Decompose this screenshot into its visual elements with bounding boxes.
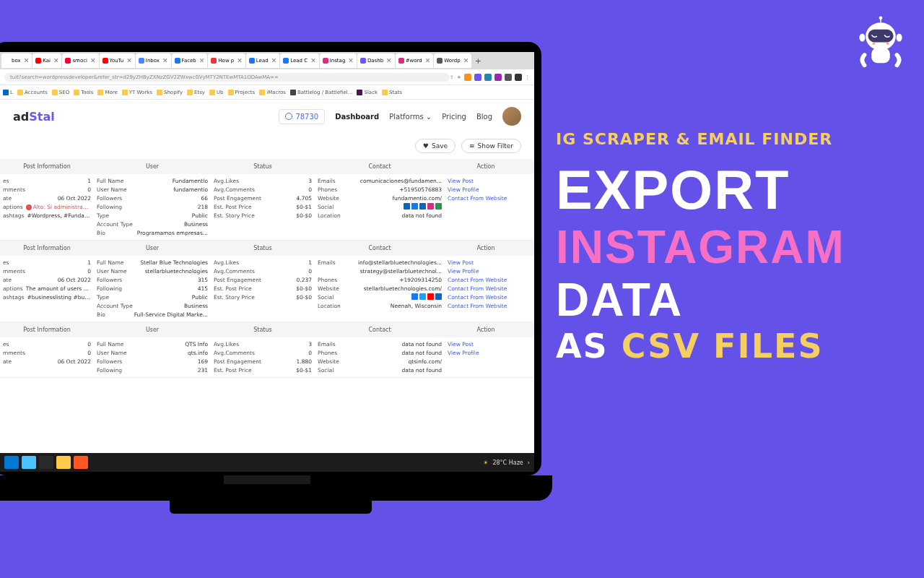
bookmark-item[interactable]: Tools <box>74 90 93 95</box>
bookmark-item[interactable]: Shopify <box>157 90 183 95</box>
social-icon[interactable] <box>411 203 418 210</box>
avatar[interactable] <box>502 107 521 126</box>
nav-dashboard[interactable]: Dashboard <box>335 113 379 121</box>
bookmark-item[interactable]: Accounts <box>17 90 48 95</box>
bookmark-item[interactable]: iMacros <box>259 90 286 95</box>
action-link[interactable]: View Profile <box>448 267 524 275</box>
action-link[interactable]: Contact From Website <box>448 285 524 293</box>
action-link[interactable]: Contact From Website <box>448 293 524 301</box>
close-icon[interactable]: ✕ <box>463 57 469 64</box>
browser-tab[interactable]: How p✕ <box>208 53 245 68</box>
weather-widget[interactable]: ☀28°C Haze› <box>483 460 530 466</box>
bookmark-icon <box>259 90 265 95</box>
kv-pair: Est. Post Price$0-$0 <box>214 285 312 293</box>
col-header: Status <box>211 159 315 174</box>
social-icon[interactable] <box>419 293 426 300</box>
bookmark-item[interactable]: SEO <box>52 90 69 95</box>
bookmark-item[interactable]: Projects <box>228 90 256 95</box>
cell-c-contact: Emailsdata not foundPhonesdata not found… <box>315 337 445 377</box>
browser-tab[interactable]: #word✕ <box>396 53 434 68</box>
bookmark-item[interactable]: Slack <box>357 90 378 95</box>
close-icon[interactable]: ✕ <box>237 57 243 64</box>
social-icon[interactable] <box>404 203 410 210</box>
close-icon[interactable]: ✕ <box>310 57 316 64</box>
bookmark-item[interactable]: Battlelog / Battlefiel... <box>290 90 352 95</box>
action-link[interactable]: View Post <box>448 259 524 267</box>
kv-pair: Avg.Comments0 <box>214 186 312 194</box>
browser-tab[interactable]: smoci✕ <box>62 53 98 68</box>
tab-label: Kai <box>43 58 51 64</box>
close-icon[interactable]: ✕ <box>425 57 431 64</box>
browser-tab[interactable]: Instag✕ <box>320 53 357 68</box>
close-icon[interactable]: ✕ <box>348 57 354 64</box>
browser-tab[interactable]: Wordp✕ <box>434 53 471 68</box>
browser-tab[interactable]: YouTu✕ <box>100 53 135 68</box>
action-link[interactable]: View Post <box>448 340 524 348</box>
social-icon[interactable] <box>435 203 442 210</box>
credits-badge[interactable]: 78730 <box>279 109 325 124</box>
show-filter-button[interactable]: ≡Show Filter <box>461 139 521 153</box>
kv-pair: Avg.Likes1 <box>214 259 312 267</box>
kv-pair: TypePublic <box>97 212 208 220</box>
action-link[interactable]: Contact From Website <box>448 194 524 202</box>
social-icon[interactable] <box>435 293 442 300</box>
cell-c-user: Full NameQTS InfoUser Nameqts.infoFollow… <box>94 337 211 377</box>
bookmark-item[interactable]: Etsy <box>187 90 205 95</box>
kv-pair: Phones+51950576883 <box>318 186 442 194</box>
svg-point-6 <box>859 33 865 41</box>
action-link[interactable]: Contact From Website <box>448 302 524 310</box>
close-icon[interactable]: ✕ <box>271 57 277 64</box>
browser-tab[interactable]: Dashb✕ <box>357 53 395 68</box>
nav-pricing[interactable]: Pricing <box>442 113 466 121</box>
close-icon[interactable]: ✕ <box>386 57 392 64</box>
col-header: Contact <box>315 322 445 337</box>
bookmark-icon <box>3 90 9 95</box>
nav-blog[interactable]: Blog <box>476 113 492 121</box>
bookmark-item[interactable]: Stats <box>382 90 402 95</box>
bookmark-label: Battlelog / Battlefiel... <box>297 90 352 95</box>
kv-pair: Websiteqtsinfo.com/ <box>318 358 442 366</box>
taskbar-icon[interactable] <box>4 456 19 469</box>
close-icon[interactable]: ✕ <box>90 57 96 64</box>
target-icon <box>285 113 292 120</box>
social-icon[interactable] <box>427 293 434 300</box>
social-icon[interactable] <box>419 203 426 210</box>
action-link[interactable]: View Profile <box>448 186 524 194</box>
kv-pair: Full NameStellar Blue Technologies <box>97 259 208 267</box>
nav-platforms[interactable]: Platforms ⌄ <box>389 113 432 121</box>
bookmark-item[interactable]: YT Works <box>122 90 152 95</box>
save-button[interactable]: ♥Save <box>415 139 456 153</box>
browser-tab[interactable]: Kai✕ <box>32 53 61 68</box>
social-icon[interactable] <box>411 293 418 300</box>
bookmark-label: iMacros <box>266 90 286 95</box>
close-icon[interactable]: ✕ <box>199 57 205 64</box>
bookmark-item[interactable]: More <box>97 90 117 95</box>
social-icon[interactable] <box>427 203 434 210</box>
close-icon[interactable]: ✕ <box>24 57 30 64</box>
close-icon[interactable]: ✕ <box>126 57 132 64</box>
taskbar-icon[interactable] <box>56 456 71 469</box>
action-link[interactable]: View Post <box>448 177 524 185</box>
browser-tab[interactable]: Faceb✕ <box>172 53 208 68</box>
laptop-frame: box✕Kai✕smoci✕YouTu✕Inbox✕Faceb✕How p✕Le… <box>0 42 549 548</box>
tab-label: Dashb <box>367 58 383 64</box>
kv-pair: Est. Story Price$0-$0 <box>214 293 312 301</box>
bookmark-item[interactable]: L <box>3 90 13 95</box>
browser-tab[interactable]: box✕ <box>1 53 32 68</box>
svg-point-7 <box>897 33 902 41</box>
new-tab-button[interactable]: + <box>472 55 484 66</box>
taskbar-icon[interactable] <box>74 456 88 469</box>
browser-tab[interactable]: Lead✕ <box>246 53 279 68</box>
bookmark-item[interactable]: Ub <box>209 90 224 95</box>
url-field[interactable]: tuit?search=wordpressdeveloper&refer_str… <box>4 73 450 82</box>
headline-export: EXPORT <box>556 161 902 219</box>
close-icon[interactable]: ✕ <box>53 57 59 64</box>
taskbar-icon[interactable] <box>22 456 36 469</box>
taskbar-icon[interactable] <box>39 456 53 469</box>
action-link[interactable]: View Profile <box>448 349 524 357</box>
close-icon[interactable]: ✕ <box>162 57 168 64</box>
browser-tab[interactable]: Inbox✕ <box>136 53 171 68</box>
kv-pair: Est. Post Price$0-$1 <box>214 203 312 211</box>
browser-tab[interactable]: Lead C✕ <box>280 53 318 68</box>
action-link[interactable]: Contact From Website <box>448 276 524 284</box>
